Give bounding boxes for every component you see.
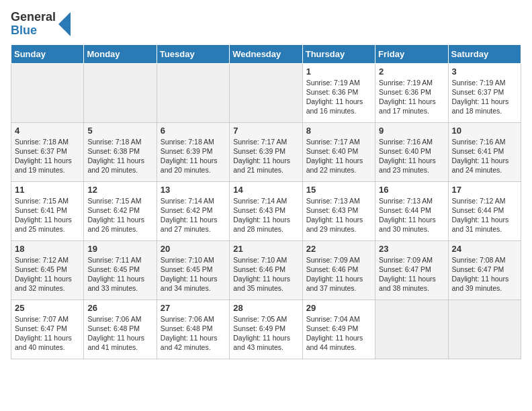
- day-cell-7: 7Sunrise: 7:17 AM Sunset: 6:39 PM Daylig…: [230, 122, 302, 181]
- day-cell-8: 8Sunrise: 7:17 AM Sunset: 6:40 PM Daylig…: [302, 122, 375, 181]
- day-info: Sunrise: 7:12 AM Sunset: 6:45 PM Dayligh…: [15, 255, 80, 293]
- day-info: Sunrise: 7:18 AM Sunset: 6:37 PM Dayligh…: [15, 137, 80, 175]
- day-of-week-sunday: Sunday: [11, 44, 84, 63]
- day-cell-2: 2Sunrise: 7:19 AM Sunset: 6:36 PM Daylig…: [375, 63, 448, 122]
- day-cell-11: 11Sunrise: 7:15 AM Sunset: 6:41 PM Dayli…: [11, 181, 84, 240]
- day-cell-5: 5Sunrise: 7:18 AM Sunset: 6:38 PM Daylig…: [84, 122, 157, 181]
- day-number: 18: [15, 244, 80, 254]
- day-cell-1: 1Sunrise: 7:19 AM Sunset: 6:36 PM Daylig…: [302, 63, 375, 122]
- day-cell-9: 9Sunrise: 7:16 AM Sunset: 6:40 PM Daylig…: [375, 122, 448, 181]
- day-number: 7: [233, 126, 298, 136]
- day-cell-10: 10Sunrise: 7:16 AM Sunset: 6:41 PM Dayli…: [448, 122, 521, 181]
- week-row-4: 18Sunrise: 7:12 AM Sunset: 6:45 PM Dayli…: [11, 240, 521, 300]
- day-of-week-monday: Monday: [84, 44, 157, 63]
- day-number: 6: [161, 126, 226, 136]
- day-number: 10: [452, 126, 517, 136]
- day-number: 2: [379, 66, 444, 77]
- day-of-week-friday: Friday: [375, 44, 448, 63]
- day-info: Sunrise: 7:11 AM Sunset: 6:45 PM Dayligh…: [87, 255, 152, 293]
- empty-cell: [157, 63, 229, 122]
- logo-general: General: [11, 11, 56, 24]
- day-number: 13: [161, 185, 226, 195]
- day-of-week-tuesday: Tuesday: [157, 44, 229, 63]
- day-info: Sunrise: 7:15 AM Sunset: 6:41 PM Dayligh…: [15, 196, 80, 234]
- day-info: Sunrise: 7:14 AM Sunset: 6:43 PM Dayligh…: [233, 196, 298, 234]
- day-cell-21: 21Sunrise: 7:10 AM Sunset: 6:46 PM Dayli…: [230, 240, 302, 300]
- day-info: Sunrise: 7:13 AM Sunset: 6:43 PM Dayligh…: [306, 196, 371, 234]
- day-info: Sunrise: 7:12 AM Sunset: 6:44 PM Dayligh…: [452, 196, 517, 234]
- day-info: Sunrise: 7:07 AM Sunset: 6:47 PM Dayligh…: [15, 314, 80, 353]
- day-of-week-thursday: Thursday: [302, 44, 375, 63]
- day-number: 14: [233, 185, 298, 195]
- logo: GeneralBlue: [11, 11, 71, 38]
- day-number: 23: [379, 244, 444, 254]
- day-number: 21: [233, 244, 298, 254]
- day-cell-19: 19Sunrise: 7:11 AM Sunset: 6:45 PM Dayli…: [84, 240, 157, 300]
- day-cell-20: 20Sunrise: 7:10 AM Sunset: 6:45 PM Dayli…: [157, 240, 229, 300]
- day-number: 29: [306, 303, 371, 313]
- day-number: 3: [452, 66, 517, 77]
- day-number: 12: [87, 185, 152, 195]
- day-cell-23: 23Sunrise: 7:09 AM Sunset: 6:47 PM Dayli…: [375, 240, 448, 300]
- header: GeneralBlue: [11, 11, 521, 38]
- day-number: 26: [87, 303, 152, 313]
- day-number: 27: [161, 303, 226, 313]
- day-number: 11: [15, 185, 80, 195]
- day-info: Sunrise: 7:10 AM Sunset: 6:46 PM Dayligh…: [233, 255, 298, 293]
- day-info: Sunrise: 7:08 AM Sunset: 6:47 PM Dayligh…: [452, 255, 517, 293]
- day-cell-25: 25Sunrise: 7:07 AM Sunset: 6:47 PM Dayli…: [11, 300, 84, 359]
- day-info: Sunrise: 7:10 AM Sunset: 6:45 PM Dayligh…: [161, 255, 226, 293]
- day-number: 20: [161, 244, 226, 254]
- day-info: Sunrise: 7:06 AM Sunset: 6:48 PM Dayligh…: [87, 314, 152, 353]
- day-number: 15: [306, 185, 371, 195]
- day-cell-17: 17Sunrise: 7:12 AM Sunset: 6:44 PM Dayli…: [448, 181, 521, 240]
- day-of-week-saturday: Saturday: [448, 44, 521, 63]
- day-number: 1: [306, 66, 371, 77]
- day-cell-27: 27Sunrise: 7:06 AM Sunset: 6:48 PM Dayli…: [157, 300, 229, 359]
- day-number: 25: [15, 303, 80, 313]
- day-number: 24: [452, 244, 517, 254]
- day-cell-14: 14Sunrise: 7:14 AM Sunset: 6:43 PM Dayli…: [230, 181, 302, 240]
- week-row-1: 1Sunrise: 7:19 AM Sunset: 6:36 PM Daylig…: [11, 63, 521, 122]
- day-info: Sunrise: 7:09 AM Sunset: 6:46 PM Dayligh…: [306, 255, 371, 293]
- day-info: Sunrise: 7:19 AM Sunset: 6:37 PM Dayligh…: [452, 78, 517, 116]
- day-number: 22: [306, 244, 371, 254]
- day-number: 8: [306, 126, 371, 136]
- day-info: Sunrise: 7:17 AM Sunset: 6:39 PM Dayligh…: [233, 137, 298, 175]
- day-cell-3: 3Sunrise: 7:19 AM Sunset: 6:37 PM Daylig…: [448, 63, 521, 122]
- day-number: 17: [452, 185, 517, 195]
- day-cell-16: 16Sunrise: 7:13 AM Sunset: 6:44 PM Dayli…: [375, 181, 448, 240]
- week-row-3: 11Sunrise: 7:15 AM Sunset: 6:41 PM Dayli…: [11, 181, 521, 240]
- day-cell-26: 26Sunrise: 7:06 AM Sunset: 6:48 PM Dayli…: [84, 300, 157, 359]
- day-cell-13: 13Sunrise: 7:14 AM Sunset: 6:42 PM Dayli…: [157, 181, 229, 240]
- day-info: Sunrise: 7:18 AM Sunset: 6:38 PM Dayligh…: [87, 137, 152, 175]
- day-number: 4: [15, 126, 80, 136]
- day-info: Sunrise: 7:09 AM Sunset: 6:47 PM Dayligh…: [379, 255, 444, 293]
- day-number: 16: [379, 185, 444, 195]
- logo-blue: Blue: [11, 24, 56, 38]
- day-cell-22: 22Sunrise: 7:09 AM Sunset: 6:46 PM Dayli…: [302, 240, 375, 300]
- day-cell-12: 12Sunrise: 7:15 AM Sunset: 6:42 PM Dayli…: [84, 181, 157, 240]
- day-number: 5: [87, 126, 152, 136]
- day-info: Sunrise: 7:06 AM Sunset: 6:48 PM Dayligh…: [161, 314, 226, 353]
- day-of-week-wednesday: Wednesday: [230, 44, 302, 63]
- week-row-5: 25Sunrise: 7:07 AM Sunset: 6:47 PM Dayli…: [11, 300, 521, 359]
- day-info: Sunrise: 7:19 AM Sunset: 6:36 PM Dayligh…: [306, 78, 371, 116]
- day-cell-18: 18Sunrise: 7:12 AM Sunset: 6:45 PM Dayli…: [11, 240, 84, 300]
- day-info: Sunrise: 7:16 AM Sunset: 6:40 PM Dayligh…: [379, 137, 444, 175]
- logo-text: GeneralBlue: [11, 11, 56, 38]
- day-info: Sunrise: 7:14 AM Sunset: 6:42 PM Dayligh…: [161, 196, 226, 234]
- week-row-2: 4Sunrise: 7:18 AM Sunset: 6:37 PM Daylig…: [11, 122, 521, 181]
- empty-cell: [84, 63, 157, 122]
- day-cell-28: 28Sunrise: 7:05 AM Sunset: 6:49 PM Dayli…: [230, 300, 302, 359]
- day-info: Sunrise: 7:16 AM Sunset: 6:41 PM Dayligh…: [452, 137, 517, 175]
- logo-triangle-icon: [58, 12, 71, 36]
- day-cell-4: 4Sunrise: 7:18 AM Sunset: 6:37 PM Daylig…: [11, 122, 84, 181]
- day-number: 28: [233, 303, 298, 313]
- svg-marker-0: [58, 12, 71, 36]
- day-cell-15: 15Sunrise: 7:13 AM Sunset: 6:43 PM Dayli…: [302, 181, 375, 240]
- calendar-table: SundayMondayTuesdayWednesdayThursdayFrid…: [11, 44, 521, 359]
- empty-cell: [375, 300, 448, 359]
- day-info: Sunrise: 7:18 AM Sunset: 6:39 PM Dayligh…: [161, 137, 226, 175]
- empty-cell: [11, 63, 84, 122]
